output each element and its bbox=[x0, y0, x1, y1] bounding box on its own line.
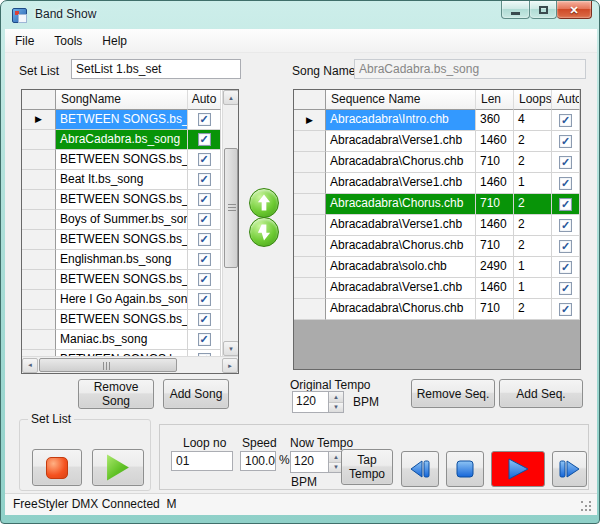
auto-checkbox[interactable]: ✓ bbox=[559, 282, 572, 295]
sequence-row[interactable]: Abracadabra\Chorus.chb7102✓ bbox=[294, 236, 580, 257]
menu-item-tools[interactable]: Tools bbox=[44, 29, 92, 53]
sequence-row[interactable]: ▶Abracadabra\Intro.chb3604✓ bbox=[294, 110, 580, 131]
add-song-button[interactable]: Add Song bbox=[163, 379, 229, 409]
scroll-left-arrow[interactable]: ◄ bbox=[22, 358, 38, 373]
song-name-cell[interactable]: Englishman.bs_song bbox=[56, 250, 188, 270]
auto-cell[interactable]: ✓ bbox=[188, 210, 221, 230]
menu-item-file[interactable]: File bbox=[5, 29, 44, 53]
len-cell[interactable]: 1460 bbox=[476, 173, 514, 194]
set-list-input[interactable]: SetList 1.bs_set bbox=[71, 59, 241, 79]
remove-seq-button[interactable]: Remove Seq. bbox=[411, 379, 495, 408]
scroll-right-arrow[interactable]: ► bbox=[222, 358, 238, 373]
loop-no-input[interactable]: 01 bbox=[171, 451, 233, 471]
song-row[interactable]: BETWEEN SONGS.bs_song✓ bbox=[22, 150, 222, 170]
loops-cell[interactable]: 2 bbox=[514, 236, 552, 257]
auto-checkbox[interactable]: ✓ bbox=[559, 114, 572, 127]
len-cell[interactable]: 2490 bbox=[476, 257, 514, 278]
scroll-up-arrow[interactable]: ▲ bbox=[223, 90, 239, 105]
len-cell[interactable]: 1460 bbox=[476, 131, 514, 152]
spinner-up-icon[interactable]: ▲ bbox=[329, 392, 343, 403]
len-cell[interactable]: 1460 bbox=[476, 215, 514, 236]
song-row[interactable]: Beat It.bs_song✓ bbox=[22, 170, 222, 190]
column-header-len[interactable]: Len bbox=[476, 90, 514, 110]
sequence-row[interactable]: Abracadabra\Verse1.chb14601✓ bbox=[294, 278, 580, 299]
song-row[interactable]: BETWEEN SONGS.bs_song✓ bbox=[22, 190, 222, 210]
auto-checkbox[interactable]: ✓ bbox=[559, 156, 572, 169]
auto-cell[interactable]: ✓ bbox=[188, 150, 221, 170]
menu-item-help[interactable]: Help bbox=[92, 29, 137, 53]
sequence-row[interactable]: Abracadabra\solo.chb24901✓ bbox=[294, 257, 580, 278]
auto-cell[interactable]: ✓ bbox=[552, 152, 580, 173]
song-name-cell[interactable]: BETWEEN SONGS.bs_song bbox=[56, 270, 188, 290]
loops-cell[interactable]: 2 bbox=[514, 152, 552, 173]
auto-checkbox[interactable]: ✓ bbox=[198, 153, 211, 166]
auto-cell[interactable]: ✓ bbox=[552, 110, 580, 131]
loops-cell[interactable]: 1 bbox=[514, 257, 552, 278]
len-cell[interactable]: 1460 bbox=[476, 278, 514, 299]
auto-cell[interactable]: ✓ bbox=[188, 330, 221, 350]
resize-grip-icon[interactable] bbox=[581, 501, 583, 503]
auto-checkbox[interactable]: ✓ bbox=[198, 233, 211, 246]
loops-cell[interactable]: 2 bbox=[514, 299, 552, 320]
loops-cell[interactable]: 2 bbox=[514, 131, 552, 152]
stop-button[interactable] bbox=[446, 451, 484, 487]
song-name-cell[interactable]: BETWEEN SONGS.bs_song bbox=[56, 110, 188, 130]
auto-cell[interactable]: ✓ bbox=[552, 194, 580, 215]
song-name-cell[interactable]: AbraCadabra.bs_song bbox=[56, 130, 188, 150]
song-row[interactable]: BETWEEN SONGS.bs_song✓ bbox=[22, 230, 222, 250]
add-seq-button[interactable]: Add Seq. bbox=[499, 379, 583, 408]
loops-cell[interactable]: 2 bbox=[514, 194, 552, 215]
auto-checkbox[interactable]: ✓ bbox=[198, 213, 211, 226]
loops-cell[interactable]: 4 bbox=[514, 110, 552, 131]
auto-cell[interactable]: ✓ bbox=[552, 131, 580, 152]
auto-checkbox[interactable]: ✓ bbox=[198, 113, 211, 126]
song-row[interactable]: Here I Go Again.bs_song✓ bbox=[22, 290, 222, 310]
scroll-thumb-horizontal[interactable] bbox=[39, 358, 177, 372]
auto-checkbox[interactable]: ✓ bbox=[559, 135, 572, 148]
scroll-thumb[interactable] bbox=[224, 148, 238, 268]
scroll-down-arrow[interactable]: ▼ bbox=[223, 341, 239, 356]
sequence-row[interactable]: Abracadabra\Verse1.chb14601✓ bbox=[294, 173, 580, 194]
songs-horizontal-scrollbar[interactable]: ◄ ► bbox=[22, 356, 238, 373]
auto-checkbox[interactable]: ✓ bbox=[559, 240, 572, 253]
auto-checkbox[interactable]: ✓ bbox=[198, 193, 211, 206]
sequence-name-cell[interactable]: Abracadabra\solo.chb bbox=[326, 257, 476, 278]
loops-cell[interactable]: 1 bbox=[514, 278, 552, 299]
speed-input[interactable]: 100.00 bbox=[240, 451, 276, 471]
song-row[interactable]: Englishman.bs_song✓ bbox=[22, 250, 222, 270]
song-name-cell[interactable]: Beat It.bs_song bbox=[56, 170, 188, 190]
song-name-cell[interactable]: BETWEEN SONGS.bs_song bbox=[56, 310, 188, 330]
song-row[interactable]: Maniac.bs_song✓ bbox=[22, 330, 222, 350]
auto-cell[interactable]: ✓ bbox=[552, 173, 580, 194]
original-tempo-value[interactable]: 120 bbox=[292, 391, 329, 413]
song-name-cell[interactable]: Boys of Summer.bs_song bbox=[56, 210, 188, 230]
auto-checkbox[interactable]: ✓ bbox=[559, 177, 572, 190]
sequence-name-cell[interactable]: Abracadabra\Verse1.chb bbox=[326, 131, 476, 152]
auto-cell[interactable]: ✓ bbox=[552, 215, 580, 236]
sequence-row[interactable]: Abracadabra\Chorus.chb7102✓ bbox=[294, 194, 580, 215]
minimize-button[interactable] bbox=[501, 1, 530, 19]
song-name-cell[interactable]: BETWEEN SONGS.bs_song bbox=[56, 190, 188, 210]
songs-vertical-scrollbar[interactable]: ▲ ▼ bbox=[222, 90, 238, 356]
setlist-stop-button[interactable] bbox=[32, 449, 82, 486]
loops-cell[interactable]: 1 bbox=[514, 173, 552, 194]
auto-checkbox[interactable]: ✓ bbox=[198, 293, 211, 306]
auto-cell[interactable]: ✓ bbox=[188, 230, 221, 250]
auto-cell[interactable]: ✓ bbox=[188, 250, 221, 270]
now-tempo-value[interactable]: 120 bbox=[290, 451, 329, 473]
len-cell[interactable]: 360 bbox=[476, 110, 514, 131]
tap-tempo-button[interactable]: Tap Tempo bbox=[341, 449, 393, 485]
sequence-row[interactable]: Abracadabra\Verse1.chb14602✓ bbox=[294, 215, 580, 236]
song-name-cell[interactable]: Here I Go Again.bs_song bbox=[56, 290, 188, 310]
sequence-name-cell[interactable]: Abracadabra\Chorus.chb bbox=[326, 152, 476, 173]
auto-checkbox[interactable]: ✓ bbox=[559, 303, 572, 316]
column-header-auto[interactable]: Auto bbox=[188, 90, 221, 110]
auto-checkbox[interactable]: ✓ bbox=[198, 173, 211, 186]
auto-cell[interactable]: ✓ bbox=[188, 110, 221, 130]
previous-button[interactable] bbox=[401, 451, 439, 487]
auto-checkbox[interactable]: ✓ bbox=[559, 219, 572, 232]
song-row[interactable]: BETWEEN SONGS.bs_song✓ bbox=[22, 270, 222, 290]
sequence-row[interactable]: Abracadabra\Chorus.chb7102✓ bbox=[294, 152, 580, 173]
song-name-cell[interactable]: BETWEEN SONGS.bs_song bbox=[56, 230, 188, 250]
auto-checkbox[interactable]: ✓ bbox=[559, 198, 572, 211]
